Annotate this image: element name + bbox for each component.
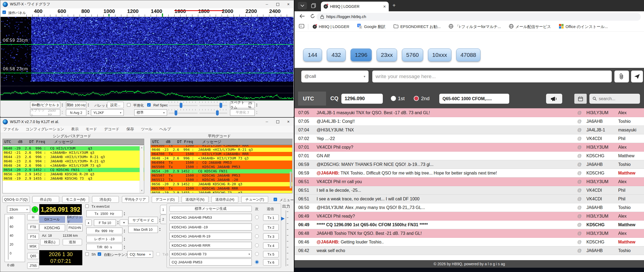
frequency-scale[interactable]: ✓ 操作パネル 40060080010001200140016001800200… (1, 8, 293, 17)
tx-freq-spinner[interactable]: Tx 1500 Hz▲▼ (86, 210, 122, 217)
bookmark-item[interactable]: EPSONDIRECT お勧... (394, 24, 441, 29)
mode-button-MSK[interactable]: MSK (27, 243, 39, 249)
minimize-icon[interactable]: ─ (261, 0, 272, 8)
button-消去(E)[interactable]: 消去(E) (92, 196, 119, 203)
decode-row[interactable]: 0654 -20 2.9 1452 : CQ KD5CHG FN31 (151, 169, 292, 173)
sidebar-icon[interactable] (299, 24, 304, 29)
close-icon[interactable]: ✕ (283, 0, 294, 8)
table-row[interactable]: 07:02Yep ...-22@VK4CDIPhil (295, 134, 644, 143)
table-row[interactable]: 07:01VK4CDI Phil copy?@HI3/LY3UMAlex (295, 143, 644, 152)
tab-hb9q-logger[interactable]: HB9Q | LOGGER ✕ (321, 2, 389, 11)
single-decode-list[interactable]: 0640 -29 2.6 996 : CQ HI3/LY3UM q30642 -… (2, 145, 144, 193)
smooth-spinner[interactable]: 平滑化 7▲▼ (230, 109, 255, 116)
menu-ヘルプ[interactable]: ヘルプ (160, 127, 171, 132)
table-row[interactable]: 06:59@JA6AHB: TNX Toshio.. Difficult QSO… (295, 169, 644, 177)
max-drift-spinner[interactable]: Max Drift 10▲▼ (128, 226, 158, 233)
table-row[interactable]: 07:01GN All!@KD5CHGMatthew (295, 152, 644, 160)
menu-ツール[interactable]: ツール (141, 127, 153, 132)
scrollbar-thumb[interactable] (290, 172, 292, 188)
calendar-button[interactable] (574, 94, 587, 104)
spectrum-plot[interactable] (1, 82, 293, 100)
tab-1[interactable]: 1 (160, 205, 166, 214)
table-row[interactable]: 07:05JA4LJB-1 masayuki TNX for QSO. Best… (295, 109, 644, 117)
band-button-5760[interactable]: 5760 (402, 48, 423, 61)
table-row[interactable]: 06:46@JA6AHB: Getting louder Toshio..@KD… (295, 238, 644, 246)
decode-row[interactable]: 064500 Tx 1500 : HI3/LY3UM <JA6AHB> RRR (151, 145, 292, 148)
band-button-1296[interactable]: 1296 (351, 48, 372, 61)
tx-message-field[interactable]: KD5CHG JA6AHB R-19 (169, 233, 252, 240)
tx-message-field[interactable]: KD5CHG JA6AHB -19 (169, 224, 252, 231)
button-Tx-5[interactable]: Tx 5 (263, 251, 279, 257)
autoseq-checkbox[interactable]: ✓ (98, 252, 101, 256)
back-icon[interactable] (299, 14, 305, 19)
mode-button-Q65[interactable]: Q65 (27, 253, 39, 259)
output-slider[interactable] (283, 210, 289, 266)
band-button-432[interactable]: 432 (327, 48, 346, 61)
mode-button-JT65[interactable]: JT65 (27, 263, 39, 269)
waterfall[interactable]: 06:59 23cm 06:58 23cm (1, 17, 293, 82)
band-select[interactable]: 23cm▾ (7, 206, 30, 213)
cq-message-input[interactable]: Q65-60C 1000 CFOM,..... (439, 94, 509, 104)
table-row[interactable]: 06:51I see a weak trace, no decode yet..… (295, 195, 644, 203)
button-Tx-1[interactable]: Tx 1 (263, 214, 279, 221)
spectrum-pct-spinner[interactable]: スペクトラム 25 %▲▼ (230, 102, 255, 108)
lookup-button[interactable]: 検索(L) (40, 239, 59, 245)
next-radio[interactable] (255, 260, 259, 264)
band-button-23xx[interactable]: 23xx (377, 48, 397, 61)
button-Tx-2[interactable]: Tx 2 (263, 224, 279, 231)
tab-2[interactable]: 2 (160, 215, 166, 224)
decode-row[interactable]: 0648 -24 2.6 996 : <JA6AHB> HI3/LY3UM 73… (151, 156, 292, 161)
refresh-icon[interactable] (310, 14, 315, 20)
close-icon[interactable]: ✕ (283, 118, 294, 126)
tab-close-icon[interactable]: ✕ (383, 5, 386, 9)
cq-freq-input[interactable]: 1296.090 (341, 94, 383, 104)
mode-button-FT8[interactable]: FT8 (27, 224, 39, 230)
attach-button[interactable] (614, 71, 629, 82)
bookmark-item[interactable]: Office のインストール... (559, 24, 608, 30)
tr-period-spinner[interactable]: T/R 60 s▲▼ (86, 244, 122, 250)
gain-slider[interactable] (169, 102, 198, 109)
decode-row[interactable]: 064700 Tx 1500 : HI3/LY3UM <JA6AHB> RRR (151, 152, 292, 156)
zero-slider[interactable] (199, 102, 227, 109)
scrollbar[interactable]: ▲▼ (140, 145, 144, 193)
table-row[interactable]: 06:51I tell a lie decode, -25...@VK4CDIP… (295, 186, 644, 195)
menu-コンフィグレーション[interactable]: コンフィグレーション (26, 127, 64, 132)
menu-モード[interactable]: モード (86, 127, 97, 132)
palette-settings-button[interactable]: 設定... (107, 102, 124, 108)
generate-messages-button[interactable]: 標準メッセージ生成 (169, 206, 252, 212)
decode-row[interactable]: 0640 -29 2.6 996 : CQ HI3/LY3UM q3 (3, 146, 144, 151)
tx-even-checkbox[interactable] (85, 204, 89, 208)
next-radio[interactable] (255, 215, 259, 219)
button-送信許可(N)[interactable]: 送信許可(N) (182, 196, 208, 203)
start-freq-spinner[interactable]: 開始 100 Hz▲▼ (66, 102, 86, 108)
call-select[interactable]: @call▾ (301, 71, 369, 82)
message-input[interactable]: write your message here... (372, 71, 612, 82)
split-spinner[interactable]: スプリット 2500 Hz▲▼ (30, 109, 60, 116)
announce-button[interactable] (546, 94, 562, 104)
bookmark-item[interactable]: 「i-フィルターforマルチ... (449, 24, 501, 30)
url-bar[interactable]: https://logger.hb9q.ch (317, 13, 641, 21)
mode-button-FT4[interactable]: FT4 (27, 233, 39, 240)
next-radio[interactable] (255, 243, 259, 247)
ref-spec-checkbox[interactable]: ✓ (147, 103, 151, 107)
decode-row[interactable]: 064904 Tx 1500 : CQ JA6AHB PM53 (151, 161, 292, 165)
new-tab-icon[interactable]: + (392, 2, 396, 9)
menu-保存[interactable]: 保存 (126, 127, 134, 132)
button-Tx-4[interactable]: Tx 4 (263, 242, 279, 249)
tx-message-field[interactable]: CQ JA6AHB PM53 (169, 259, 252, 266)
decode-row[interactable]: 065500 Tx 1500 : KD5CHG JA6AHB PM53 (151, 165, 292, 169)
table-row[interactable]: 06:50@HI3/LY3UM: Alex ,many many tnx QSO… (295, 203, 644, 212)
next-radio[interactable] (255, 225, 259, 229)
menu-ファイル[interactable]: ファイル (3, 127, 19, 132)
bookmark-item[interactable]: メール配信サービス (509, 24, 551, 30)
menu-デコード[interactable]: デコード (104, 127, 119, 132)
zero2-slider[interactable] (199, 109, 227, 116)
add-button[interactable]: 追加 (63, 239, 82, 245)
gain2-slider[interactable] (169, 109, 198, 116)
decode-row[interactable]: 0658 -19 2.9 1455 : JA6AHB KD5CHG 73 q3 (3, 176, 144, 181)
palette-select[interactable]: YL2KF▾ (91, 109, 124, 116)
tx-message-field[interactable]: KD5CHG JA6AHB RRR (169, 242, 252, 249)
tx-up-button[interactable]: ▲ (85, 219, 92, 226)
decode-row[interactable]: 0654 -20 2.9 1452 : CQ KD5CHG FN31 q3 (3, 168, 144, 172)
tx-message-field[interactable]: KD5CHG JA6AHB 73▾ (169, 250, 252, 257)
